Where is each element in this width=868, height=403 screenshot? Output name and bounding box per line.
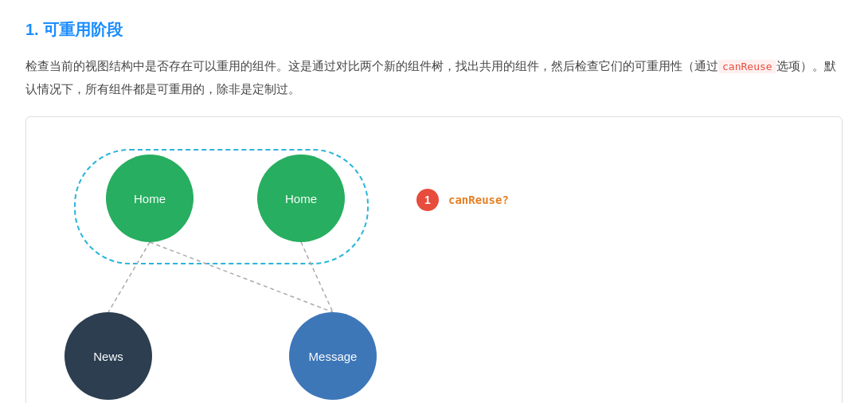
desc-part1: 检查当前的视图结构中是否存在可以重用的组件。这是通过对比两个新的组件树，找出共用… bbox=[25, 59, 718, 72]
description-text: 检查当前的视图结构中是否存在可以重用的组件。这是通过对比两个新的组件树，找出共用… bbox=[25, 55, 843, 100]
node-home1: Home bbox=[106, 155, 194, 242]
canreuse-code: canReuse bbox=[718, 60, 776, 73]
node-news: News bbox=[65, 312, 152, 400]
home1-label: Home bbox=[134, 192, 166, 205]
callout-text: canReuse? bbox=[448, 194, 509, 206]
node-message: Message bbox=[289, 312, 377, 400]
home2-label: Home bbox=[285, 192, 317, 205]
node-home2: Home bbox=[257, 155, 345, 242]
news-circle: News bbox=[65, 312, 152, 400]
message-circle: Message bbox=[289, 312, 377, 400]
diagram-area: Home Home News Message 1 canReuse? bbox=[26, 133, 842, 403]
callout-badge: 1 bbox=[416, 189, 439, 211]
news-label: News bbox=[93, 350, 123, 363]
message-label: Message bbox=[309, 350, 358, 363]
callout-number: 1 bbox=[424, 194, 431, 206]
home2-circle: Home bbox=[257, 155, 345, 242]
home1-circle: Home bbox=[106, 155, 194, 242]
diagram-container: Home Home News Message 1 canReuse? bbox=[25, 116, 843, 403]
page-title: 1. 可重用阶段 bbox=[25, 19, 843, 41]
callout-area: 1 canReuse? bbox=[416, 189, 509, 211]
